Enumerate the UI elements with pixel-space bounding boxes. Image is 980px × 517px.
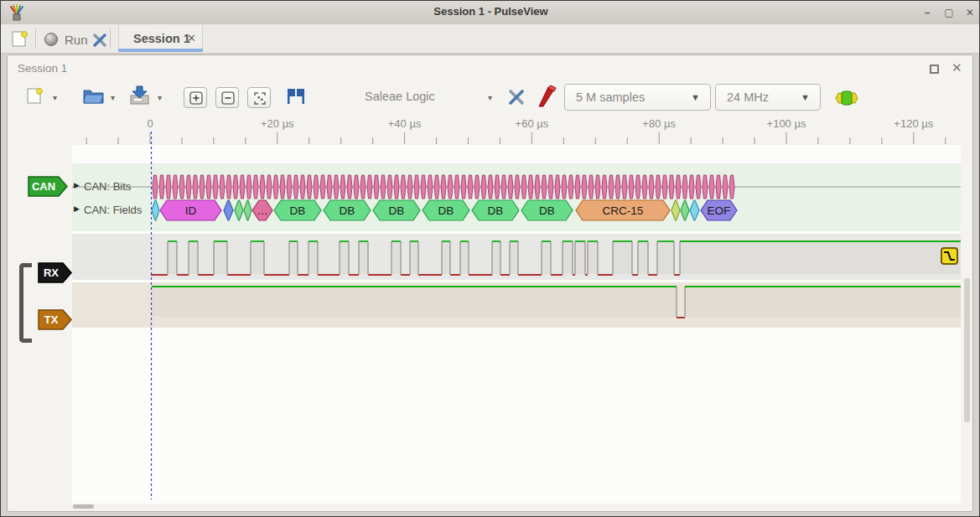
decoder-row-band <box>72 163 961 231</box>
rx-channel-tag[interactable]: RX <box>38 262 73 283</box>
ruler-tick-label: +40 µs <box>388 117 422 130</box>
titlebar: Session 1 - PulseView – ▢ ✕ <box>1 1 980 25</box>
channels-probe-icon[interactable] <box>536 85 557 108</box>
minimize-button[interactable]: – <box>919 6 936 20</box>
ruler-tick-label: +80 µs <box>642 117 676 130</box>
ruler-tick-label: +100 µs <box>767 117 806 130</box>
add-decoder-icon[interactable] <box>834 90 859 106</box>
sample-count-combo[interactable]: 5 M samples ▼ <box>564 84 711 111</box>
close-button[interactable]: ✕ <box>962 6 978 20</box>
can-decoder-tag[interactable]: CAN <box>28 176 69 197</box>
tx-channel-tag[interactable]: TX <box>38 309 73 330</box>
zoom-out-button[interactable] <box>215 87 239 108</box>
run-state-icon <box>44 33 58 46</box>
sample-count-caret-icon: ▼ <box>691 92 710 102</box>
can-tag-label: CAN <box>32 180 55 193</box>
row-label-can-fields: CAN: Fields <box>84 204 142 216</box>
toolbar-separator <box>110 28 111 49</box>
toolbar-separator <box>35 28 36 49</box>
device-selector[interactable]: Saleae Logic <box>365 90 435 103</box>
tx-tag-label: TX <box>44 313 59 326</box>
open-file-icon[interactable] <box>82 86 105 105</box>
open-dropdown-icon[interactable]: ▾ <box>111 93 115 102</box>
ruler-tick-label: +60 µs <box>516 117 549 130</box>
ruler-tick-label: +120 µs <box>894 117 933 130</box>
tab-close-icon[interactable]: ✕ <box>187 32 196 44</box>
settings-wrench-icon[interactable] <box>91 31 109 49</box>
device-config-icon[interactable] <box>506 86 527 108</box>
sample-count-value: 5 M samples <box>565 90 691 104</box>
sample-rate-combo[interactable]: 24 MHz ▼ <box>715 84 821 111</box>
subwindow-close-icon[interactable]: ✕ <box>951 60 962 75</box>
trigger-falling-edge-badge[interactable] <box>941 247 958 265</box>
tab-active-indicator <box>118 49 203 52</box>
tx-row-band <box>72 282 961 328</box>
channel-group-bracket[interactable] <box>19 263 32 343</box>
restore-icon[interactable] <box>930 65 939 74</box>
new-session-dropdown-icon[interactable]: ▾ <box>53 93 57 102</box>
row-label-can-bits: CAN: Bits <box>84 180 131 193</box>
tab-label: Session 1 <box>133 32 190 45</box>
maximize-button[interactable]: ▢ <box>941 6 957 20</box>
show-cursors-icon[interactable] <box>285 87 307 106</box>
vertical-scrollbar-thumb[interactable] <box>964 278 970 422</box>
ruler-tick-label: +20 µs <box>261 117 294 130</box>
expander-can-fields-icon[interactable]: ▶ <box>74 204 80 213</box>
save-icon[interactable] <box>128 85 151 106</box>
sample-rate-caret-icon: ▼ <box>801 92 820 102</box>
window-title: Session 1 - PulseView <box>1 5 980 18</box>
zoom-in-button[interactable] <box>184 87 207 108</box>
run-label: Run <box>65 33 88 47</box>
expander-can-bits-icon[interactable]: ▶ <box>74 181 80 189</box>
zoom-fit-button[interactable] <box>247 87 271 108</box>
horizontal-scrollbar-thumb[interactable] <box>73 504 94 509</box>
session-title: Session 1 <box>18 62 67 75</box>
new-session-icon[interactable] <box>25 86 45 106</box>
rx-row-band <box>72 234 961 280</box>
save-dropdown-icon[interactable]: ▾ <box>158 93 162 102</box>
device-dropdown-icon[interactable]: ▾ <box>488 93 492 102</box>
rx-tag-label: RX <box>44 266 59 279</box>
pulseview-window: Session 1 - PulseView – ▢ ✕ Run Session … <box>0 0 980 517</box>
sample-rate-value: 24 MHz <box>716 90 801 104</box>
ruler-tick-label: 0 <box>147 117 153 130</box>
new-view-icon[interactable] <box>10 29 30 49</box>
